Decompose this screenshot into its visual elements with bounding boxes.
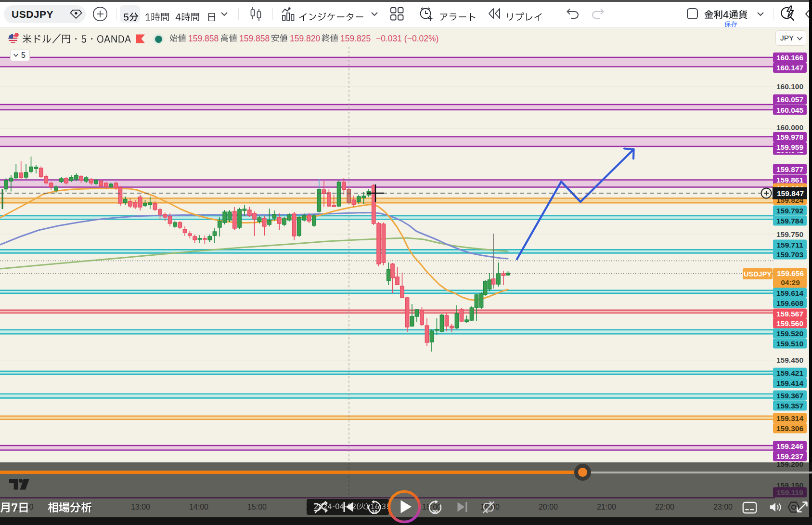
svg-text:159.656: 159.656 — [777, 269, 804, 277]
svg-text:159.246: 159.246 — [776, 442, 803, 450]
svg-text:160.045: 160.045 — [776, 106, 803, 114]
svg-text:159.750: 159.750 — [776, 230, 803, 238]
svg-text:159.306: 159.306 — [776, 424, 803, 433]
svg-text:159.567: 159.567 — [776, 310, 803, 318]
svg-text:159.711: 159.711 — [776, 241, 803, 249]
svg-text:04:29: 04:29 — [781, 278, 800, 287]
svg-text:10: 10 — [372, 509, 377, 515]
svg-text:160.166: 160.166 — [776, 53, 803, 62]
svg-text:159.959: 159.959 — [776, 143, 803, 151]
svg-text:159.314: 159.314 — [776, 414, 803, 422]
svg-text:159.792: 159.792 — [776, 207, 803, 215]
svg-text:159.414: 159.414 — [776, 379, 803, 387]
svg-text:159.357: 159.357 — [776, 402, 803, 410]
svg-text:159.978: 159.978 — [776, 133, 803, 141]
svg-text:30: 30 — [432, 509, 438, 515]
svg-text:160.100: 160.100 — [776, 82, 803, 91]
svg-text:USDJPY: USDJPY — [744, 270, 772, 278]
svg-text:159.367: 159.367 — [776, 392, 803, 400]
svg-text:159.608: 159.608 — [776, 299, 803, 307]
svg-text:159.614: 159.614 — [776, 289, 803, 297]
svg-text:160.147: 160.147 — [776, 64, 803, 72]
svg-text:159.237: 159.237 — [776, 452, 803, 460]
svg-text:159.784: 159.784 — [776, 217, 803, 225]
svg-text:159.703: 159.703 — [776, 250, 803, 259]
svg-text:159.421: 159.421 — [776, 369, 803, 377]
svg-text:159.877: 159.877 — [776, 165, 803, 173]
svg-text:159.560: 159.560 — [776, 319, 803, 328]
svg-text:159.510: 159.510 — [776, 340, 803, 348]
svg-text:159.847: 159.847 — [777, 189, 804, 197]
svg-text:159.450: 159.450 — [776, 356, 803, 364]
svg-text:160.000: 160.000 — [776, 123, 803, 131]
svg-text:159.520: 159.520 — [776, 329, 803, 338]
svg-text:159.861: 159.861 — [776, 176, 803, 184]
svg-text:160.057: 160.057 — [776, 95, 803, 104]
